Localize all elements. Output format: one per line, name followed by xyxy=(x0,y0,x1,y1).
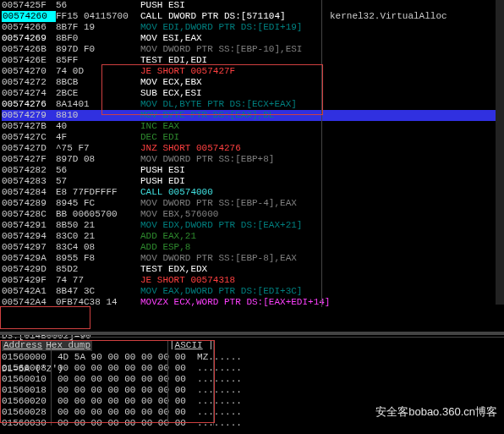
disasm-row[interactable]: 0057429A8955 F8MOV DWORD PTR SS:[EBP-8],… xyxy=(2,253,504,264)
bytes-cell: 74 77 xyxy=(56,275,140,286)
instruction-cell: TEST EDX,EDX xyxy=(140,264,207,275)
instruction-cell: SUB ECX,ESI xyxy=(140,88,202,99)
instruction-cell: PUSH ESI xyxy=(140,165,185,176)
instruction-cell: MOV DWORD PTR SS:[EBP-10],ESI xyxy=(140,44,302,55)
disasm-row[interactable]: 0057429D85D2TEST EDX,EDX xyxy=(2,264,504,275)
address-cell: 00574283 xyxy=(2,176,56,187)
bytes-cell: 56 xyxy=(56,165,140,176)
address-cell: 0057429F xyxy=(2,275,56,286)
disasm-row[interactable]: 0057427F897D 08MOV DWORD PTR SS:[EBP+8] xyxy=(2,154,504,165)
disasm-row[interactable]: 0057428CBB 00605700MOV EBX,576000 xyxy=(2,209,504,220)
address-cell: 00574260 xyxy=(2,11,56,22)
address-cell: 00574272 xyxy=(2,77,56,88)
disasm-row[interactable]: 0057425F56PUSH ESI xyxy=(2,0,504,11)
hex-separator-3 xyxy=(213,340,214,426)
address-cell: 00574279 xyxy=(2,110,56,121)
bytes-cell: 2BCE xyxy=(56,88,140,99)
disasm-row[interactable]: 00574260FF15 04115700CALL DWORD PTR DS:[… xyxy=(2,11,504,22)
address-cell: 0057429D xyxy=(2,264,56,275)
disasm-row[interactable]: 0057429783C4 08ADD ESP,8 xyxy=(2,242,504,253)
bytes-cell: 85D2 xyxy=(56,264,140,275)
disasm-row[interactable]: 0057427074 0DJE SHORT 0057427F xyxy=(2,66,504,77)
disasm-row[interactable]: 005742742BCESUB ECX,ESI xyxy=(2,88,504,99)
hex-row[interactable]: 01560018 00 00 00 00 00 00 00 00 .......… xyxy=(2,385,242,396)
hex-row[interactable]: 01560000 4D 5A 90 00 00 00 00 00 MZ.....… xyxy=(2,352,242,363)
address-cell: 0057425F xyxy=(2,0,56,11)
bytes-cell: 56 xyxy=(56,0,140,11)
address-cell: 00574270 xyxy=(2,66,56,77)
disasm-row[interactable]: 005742728BCBMOV ECX,EBX xyxy=(2,77,504,88)
instruction-cell: MOV BYTE PTR DS:[EAX],DL xyxy=(140,110,274,121)
hex-col-address[interactable]: Address xyxy=(3,340,42,351)
instruction-cell: MOV EDI,DWORD PTR DS:[EDI+19] xyxy=(140,22,302,33)
hex-row[interactable]: 01560010 00 00 00 00 00 00 00 00 .......… xyxy=(2,374,242,385)
instruction-cell: ADD EAX,21 xyxy=(140,231,196,242)
bytes-cell: ^75 F7 xyxy=(56,143,140,154)
bytes-cell: 8955 F8 xyxy=(56,253,140,264)
address-cell: 00574276 xyxy=(2,99,56,110)
horizontal-separator[interactable] xyxy=(0,332,504,335)
address-cell: 0057427D xyxy=(2,143,56,154)
disasm-row[interactable]: 0057426B897D F0MOV DWORD PTR SS:[EBP-10]… xyxy=(2,44,504,55)
instruction-cell: MOVZX ECX,WORD PTR DS:[EAX+EDI+14] xyxy=(140,297,330,308)
column-separator xyxy=(321,0,322,307)
instruction-cell: JE SHORT 0057427F xyxy=(140,66,235,77)
disasm-row[interactable]: 0057428357PUSH EDI xyxy=(2,176,504,187)
bytes-cell: 74 0D xyxy=(56,66,140,77)
hex-col-ascii[interactable]: |ASCII | xyxy=(169,340,214,351)
bytes-cell: FF15 04115700 xyxy=(56,11,140,22)
disasm-row[interactable]: 0057427B40INC EAX xyxy=(2,121,504,132)
address-cell: 0057429A xyxy=(2,253,56,264)
address-cell: 0057427C xyxy=(2,132,56,143)
instruction-cell: MOV DWORD PTR SS:[EBP-4],EAX xyxy=(140,198,297,209)
instruction-cell: PUSH ESI xyxy=(140,0,185,11)
hex-col-dump[interactable]: Hex dump xyxy=(46,340,90,351)
address-cell: 0057426E xyxy=(2,55,56,66)
bytes-cell: 8810 xyxy=(56,110,140,121)
scrollbar[interactable] xyxy=(496,0,504,305)
disasm-row[interactable]: 005742798810MOV BYTE PTR DS:[EAX],DL xyxy=(2,110,504,121)
instruction-cell: JNZ SHORT 00574276 xyxy=(140,143,241,154)
instruction-cell: MOV ECX,EBX xyxy=(140,77,202,88)
bytes-cell: 897D F0 xyxy=(56,44,140,55)
bytes-cell: 8B7F 19 xyxy=(56,22,140,33)
hex-separator-2 xyxy=(167,340,168,426)
instruction-cell: MOV DL,BYTE PTR DS:[ECX+EAX] xyxy=(140,99,297,110)
hex-row[interactable]: 01560030 00 00 00 00 00 00 00 00 .......… xyxy=(2,418,242,429)
disassembly-pane[interactable]: 0057425F56PUSH ESI00574260FF15 04115700C… xyxy=(0,0,504,309)
address-cell: 00574282 xyxy=(2,165,56,176)
bytes-cell: 8945 FC xyxy=(56,198,140,209)
instruction-cell: MOV EAX,EDI xyxy=(140,308,202,309)
disasm-row[interactable]: 005742768A1401MOV DL,BYTE PTR DS:[ECX+EA… xyxy=(2,99,504,110)
hex-row[interactable]: 01560028 00 00 00 00 00 00 00 00 .......… xyxy=(2,407,242,418)
hex-dump-header[interactable]: Address Hex dump xyxy=(2,340,92,351)
disasm-row[interactable]: 005742698BF0MOV ESI,EAX xyxy=(2,33,504,44)
disasm-row[interactable]: 005742898945 FCMOV DWORD PTR SS:[EBP-4],… xyxy=(2,198,504,209)
hex-row[interactable]: 01560020 00 00 00 00 00 00 00 00 .......… xyxy=(2,396,242,407)
instruction-cell: MOV EDX,DWORD PTR DS:[EAX+21] xyxy=(140,220,302,231)
disasm-row[interactable]: 00574284E8 77FDFFFFCALL 00574000 xyxy=(2,187,504,198)
bytes-cell: 0FB74C38 14 xyxy=(56,297,140,308)
watermark-text: 安全客bobao.360.cn博客 xyxy=(375,406,497,417)
bytes-cell: 4F xyxy=(56,132,140,143)
disasm-row[interactable]: 005742A40FB74C38 14MOVZX ECX,WORD PTR DS… xyxy=(2,297,504,308)
disasm-row[interactable]: 0057429483C0 21ADD EAX,21 xyxy=(2,231,504,242)
instruction-cell: PUSH EDI xyxy=(140,176,185,187)
instruction-cell: CALL DWORD PTR DS:[571104] xyxy=(140,11,286,22)
disasm-row[interactable]: 0057427D^75 F7JNZ SHORT 00574276 xyxy=(2,143,504,154)
bytes-cell: 83C4 08 xyxy=(56,242,140,253)
disasm-row[interactable]: 0057426E85FFTEST EDI,EDI xyxy=(2,55,504,66)
instruction-cell: DEC EDI xyxy=(140,132,179,143)
instruction-cell: MOV EBX,576000 xyxy=(140,209,218,220)
hex-dump-pane[interactable]: 01560000 4D 5A 90 00 00 00 00 00 MZ.....… xyxy=(2,352,242,429)
address-cell: 00574284 xyxy=(2,187,56,198)
bytes-cell: 8BF0 xyxy=(56,33,140,44)
disasm-row[interactable]: 005742A18B47 3CMOV EAX,DWORD PTR DS:[EDI… xyxy=(2,286,504,297)
disasm-row[interactable]: 0057427C4FDEC EDI xyxy=(2,132,504,143)
disasm-row[interactable]: 005742918B50 21MOV EDX,DWORD PTR DS:[EAX… xyxy=(2,220,504,231)
hex-row[interactable]: 01560008 00 00 00 00 00 00 00 00 .......… xyxy=(2,363,242,374)
comment-cell: kernel32.VirtualAlloc xyxy=(330,11,447,22)
disasm-row[interactable]: 0057429F74 77JE SHORT 00574318 xyxy=(2,275,504,286)
disasm-row[interactable]: 005742668B7F 19MOV EDI,DWORD PTR DS:[EDI… xyxy=(2,22,504,33)
disasm-row[interactable]: 0057428256PUSH ESI xyxy=(2,165,504,176)
